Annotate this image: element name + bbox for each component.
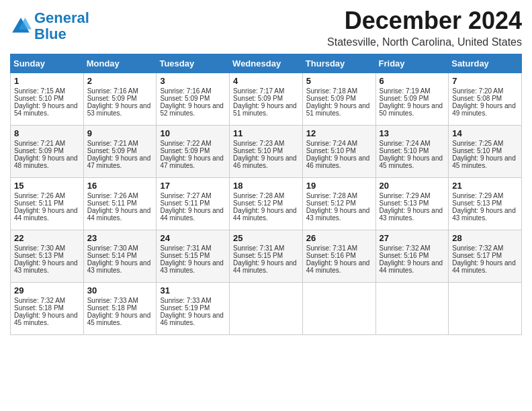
calendar-cell: 1Sunrise: 7:15 AMSunset: 5:10 PMDaylight… [11,73,84,126]
sunrise-text: Sunrise: 7:25 AM [452,140,503,147]
day-number: 24 [160,233,226,243]
title-area: December 2024 Statesville, North Carolin… [327,7,522,48]
calendar-cell: 20Sunrise: 7:29 AMSunset: 5:13 PMDayligh… [375,178,449,230]
sunrise-text: Sunrise: 7:33 AM [160,297,211,304]
day-number: 2 [87,76,153,86]
daylight-text: Daylight: 9 hours and 53 minutes. [87,102,151,117]
logo-icon [10,15,32,37]
daylight-text: Daylight: 9 hours and 44 minutes. [233,259,297,274]
daylight-text: Daylight: 9 hours and 51 minutes. [306,102,370,117]
sunrise-text: Sunrise: 7:21 AM [14,140,65,147]
day-number: 7 [452,76,518,86]
week-row-1: 1Sunrise: 7:15 AMSunset: 5:10 PMDaylight… [11,73,522,126]
day-number: 1 [14,76,80,86]
daylight-text: Daylight: 9 hours and 46 minutes. [160,312,224,326]
calendar-cell: 10Sunrise: 7:22 AMSunset: 5:09 PMDayligh… [157,126,230,178]
sunset-text: Sunset: 5:09 PM [306,95,356,102]
sunrise-text: Sunrise: 7:31 AM [160,244,211,252]
calendar-cell: 21Sunrise: 7:29 AMSunset: 5:13 PMDayligh… [449,178,522,230]
sunrise-text: Sunrise: 7:28 AM [306,192,357,199]
sunrise-text: Sunrise: 7:24 AM [306,140,357,147]
sunset-text: Sunset: 5:15 PM [160,252,210,259]
calendar-cell: 19Sunrise: 7:28 AMSunset: 5:12 PMDayligh… [302,178,375,230]
day-number: 12 [306,128,372,138]
day-number: 15 [14,181,80,191]
daylight-text: Daylight: 9 hours and 51 minutes. [233,102,297,117]
sunrise-text: Sunrise: 7:29 AM [452,192,503,199]
sunrise-text: Sunrise: 7:26 AM [14,192,65,199]
sunrise-text: Sunrise: 7:24 AM [380,140,431,147]
daylight-text: Daylight: 9 hours and 54 minutes. [14,102,78,117]
sunrise-text: Sunrise: 7:16 AM [160,87,211,95]
calendar-cell: 31Sunrise: 7:33 AMSunset: 5:19 PMDayligh… [157,283,230,335]
calendar-cell [302,283,375,335]
sunset-text: Sunset: 5:11 PM [14,199,64,207]
day-number: 13 [380,128,445,138]
sunset-text: Sunset: 5:13 PM [380,199,429,207]
calendar-cell: 2Sunrise: 7:16 AMSunset: 5:09 PMDaylight… [83,73,157,126]
day-number: 26 [306,233,372,243]
sunset-text: Sunset: 5:09 PM [87,95,137,102]
daylight-text: Daylight: 9 hours and 52 minutes. [160,102,224,117]
calendar-cell: 6Sunrise: 7:19 AMSunset: 5:09 PMDaylight… [375,73,449,126]
calendar-cell: 26Sunrise: 7:31 AMSunset: 5:16 PMDayligh… [302,230,375,283]
sunset-text: Sunset: 5:14 PM [87,252,137,259]
calendar-cell: 18Sunrise: 7:28 AMSunset: 5:12 PMDayligh… [230,178,303,230]
calendar-cell: 8Sunrise: 7:21 AMSunset: 5:09 PMDaylight… [11,126,84,178]
sunset-text: Sunset: 5:09 PM [233,95,283,102]
sunrise-text: Sunrise: 7:31 AM [233,244,284,252]
daylight-text: Daylight: 9 hours and 44 minutes. [380,259,443,274]
week-row-4: 22Sunrise: 7:30 AMSunset: 5:13 PMDayligh… [11,230,522,283]
daylight-text: Daylight: 9 hours and 44 minutes. [233,207,297,222]
day-number: 31 [160,285,226,295]
sunset-text: Sunset: 5:09 PM [380,95,429,102]
sunset-text: Sunset: 5:10 PM [306,147,356,154]
day-number: 25 [233,233,299,243]
day-number: 10 [160,128,226,138]
sunrise-text: Sunrise: 7:29 AM [380,192,431,199]
daylight-text: Daylight: 9 hours and 43 minutes. [380,207,443,222]
calendar-cell: 22Sunrise: 7:30 AMSunset: 5:13 PMDayligh… [11,230,84,283]
day-number: 19 [306,181,372,191]
daylight-text: Daylight: 9 hours and 44 minutes. [306,259,370,274]
calendar-cell: 16Sunrise: 7:26 AMSunset: 5:11 PMDayligh… [83,178,157,230]
sunrise-text: Sunrise: 7:30 AM [87,244,138,252]
day-number: 22 [14,233,80,243]
daylight-text: Daylight: 9 hours and 48 minutes. [14,154,78,169]
calendar-cell: 27Sunrise: 7:32 AMSunset: 5:16 PMDayligh… [375,230,449,283]
daylight-text: Daylight: 9 hours and 43 minutes. [14,259,78,274]
day-number: 3 [160,76,226,86]
header-thursday: Thursday [302,54,375,73]
daylight-text: Daylight: 9 hours and 47 minutes. [160,154,224,169]
sunrise-text: Sunrise: 7:32 AM [380,244,431,252]
week-row-3: 15Sunrise: 7:26 AMSunset: 5:11 PMDayligh… [11,178,522,230]
daylight-text: Daylight: 9 hours and 45 minutes. [380,154,443,169]
calendar-cell: 4Sunrise: 7:17 AMSunset: 5:09 PMDaylight… [230,73,303,126]
week-row-5: 29Sunrise: 7:32 AMSunset: 5:18 PMDayligh… [11,283,522,335]
sunrise-text: Sunrise: 7:18 AM [306,87,357,95]
calendar-cell: 11Sunrise: 7:23 AMSunset: 5:10 PMDayligh… [230,126,303,178]
day-number: 14 [452,128,518,138]
daylight-text: Daylight: 9 hours and 43 minutes. [452,207,516,222]
sunrise-text: Sunrise: 7:32 AM [14,297,65,304]
sunrise-text: Sunrise: 7:21 AM [87,140,138,147]
sunset-text: Sunset: 5:18 PM [14,304,64,312]
daylight-text: Daylight: 9 hours and 50 minutes. [380,102,443,117]
sunrise-text: Sunrise: 7:17 AM [233,87,284,95]
sunset-text: Sunset: 5:16 PM [380,252,429,259]
sunset-text: Sunset: 5:09 PM [14,147,64,154]
calendar-cell: 17Sunrise: 7:27 AMSunset: 5:11 PMDayligh… [157,178,230,230]
day-number: 27 [380,233,445,243]
sunset-text: Sunset: 5:10 PM [14,95,64,102]
calendar-cell: 14Sunrise: 7:25 AMSunset: 5:10 PMDayligh… [449,126,522,178]
page-header: General Blue December 2024 Statesville, … [10,7,522,48]
sunset-text: Sunset: 5:10 PM [380,147,429,154]
day-number: 5 [306,76,372,86]
day-number: 16 [87,181,153,191]
calendar-cell [375,283,449,335]
calendar-cell: 25Sunrise: 7:31 AMSunset: 5:15 PMDayligh… [230,230,303,283]
daylight-text: Daylight: 9 hours and 45 minutes. [452,154,516,169]
calendar-cell: 12Sunrise: 7:24 AMSunset: 5:10 PMDayligh… [302,126,375,178]
sunset-text: Sunset: 5:18 PM [87,304,137,312]
sunset-text: Sunset: 5:12 PM [306,199,356,207]
